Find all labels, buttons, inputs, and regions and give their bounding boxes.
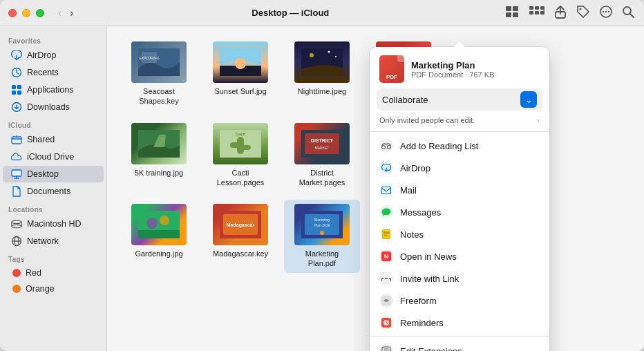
svg-rect-9	[540, 11, 544, 15]
forward-button[interactable]: ›	[67, 6, 76, 21]
file-item-nighttime[interactable]: Nighttime.jpeg	[284, 37, 360, 111]
collaborate-chevron-icon[interactable]: ⌄	[520, 91, 537, 108]
sidebar-item-applications[interactable]: Applications	[3, 82, 104, 98]
svg-point-36	[310, 53, 314, 57]
collaborate-row[interactable]: Collaborate ⌄	[377, 88, 542, 111]
file-item-district[interactable]: DISTRICTMARKET DistrictMarket.pages	[284, 119, 360, 192]
titlebar: ‹ › Desktop — iCloud	[0, 0, 644, 26]
icloud-icon	[11, 151, 22, 162]
news-icon: N	[379, 249, 393, 263]
downloads-icon	[11, 102, 22, 113]
sidebar-desktop-label: Desktop	[27, 169, 59, 179]
file-item-cacti[interactable]: Cacti CactiLesson.pages	[202, 119, 278, 192]
breadcrumb: Desktop — iCloud	[82, 8, 499, 18]
link-icon	[379, 272, 393, 285]
minimize-button[interactable]	[22, 9, 30, 17]
popover-file-info: Marketing Plan PDF Document · 767 KB	[411, 60, 540, 79]
file-item-gardening[interactable]: Gardening.jpg	[121, 200, 197, 273]
svg-rect-1	[513, 6, 518, 11]
sidebar-applications-label: Applications	[27, 85, 73, 95]
divider-2	[370, 336, 549, 337]
file-label-nighttime: Nighttime.jpeg	[298, 86, 346, 96]
sidebar-item-macintosh-hd[interactable]: Macintosh HD	[3, 216, 104, 232]
menu-item-invite-link[interactable]: Invite with Link	[370, 267, 549, 290]
svg-point-25	[12, 225, 21, 227]
maximize-button[interactable]	[36, 9, 44, 17]
sidebar-item-airdrop[interactable]: AirDrop	[3, 47, 104, 64]
sidebar-macintosh-label: Macintosh HD	[27, 219, 82, 229]
sidebar-item-red[interactable]: Red	[3, 265, 104, 281]
popover-header: Marketing Plan PDF Document · 767 KB	[370, 47, 549, 88]
svg-text:Plan 2019: Plan 2019	[314, 223, 330, 227]
sidebar-item-orange[interactable]: Orange	[3, 281, 104, 296]
messages-icon	[379, 205, 393, 219]
file-item-sunset[interactable]: Sunset Surf.jpg	[202, 37, 278, 111]
svg-rect-6	[540, 6, 544, 10]
file-label-5k: 5K training.jpg	[135, 168, 183, 178]
menu-item-reminders[interactable]: Reminders	[370, 312, 549, 334]
svg-rect-21	[17, 91, 21, 95]
file-thumb-district: DISTRICTMARKET	[294, 123, 350, 164]
file-thumb-5k	[131, 123, 187, 164]
recents-icon	[11, 67, 22, 78]
pdf-icon-large	[379, 55, 404, 83]
file-item-marketing[interactable]: MarketingPlan 2019 MarketingPlan.pdf	[284, 200, 360, 273]
file-thumb-marketing: MarketingPlan 2019	[294, 204, 350, 245]
red-tag-dot	[12, 269, 21, 277]
invite-link-label: Invite with Link	[400, 274, 459, 284]
sidebar-documents-label: Documents	[27, 187, 70, 196]
file-item-madagascar[interactable]: Madagascar Madagascar.key	[202, 200, 278, 273]
svg-point-26	[12, 220, 21, 223]
svg-rect-20	[12, 91, 16, 95]
airdrop-menu-label: AirDrop	[400, 163, 430, 173]
svg-rect-2	[506, 12, 511, 17]
more-button[interactable]	[598, 4, 614, 22]
back-button[interactable]: ‹	[55, 6, 64, 21]
content-area: Favorites AirDrop Recents	[0, 26, 644, 351]
locations-label: Locations	[0, 200, 106, 215]
sidebar-item-downloads[interactable]: Downloads	[3, 99, 104, 115]
file-thumb-madagascar: Madagascar	[213, 204, 268, 245]
menu-item-messages[interactable]: Messages	[370, 201, 549, 223]
toolbar-right	[504, 3, 636, 23]
sidebar-item-icloud-drive[interactable]: iCloud Drive	[3, 149, 104, 165]
sidebar-item-network[interactable]: Network	[3, 233, 104, 249]
svg-rect-70	[382, 187, 391, 193]
menu-item-notes[interactable]: Notes	[370, 223, 549, 245]
sidebar-item-documents[interactable]: Documents	[3, 183, 104, 200]
file-label-madagascar: Madagascar.key	[213, 249, 268, 258]
svg-text:Madagascar: Madagascar	[227, 222, 255, 228]
close-button[interactable]	[8, 9, 17, 17]
grid-options-button[interactable]	[528, 5, 546, 21]
file-label-cacti: CactiLesson.pages	[217, 168, 265, 188]
svg-rect-5	[535, 6, 539, 10]
svg-text:EXPLORING: EXPLORING	[139, 56, 159, 60]
sidebar: Favorites AirDrop Recents	[0, 26, 107, 351]
notes-label: Notes	[400, 229, 424, 240]
popover-file-meta: PDF Document · 767 KB	[411, 70, 540, 79]
search-button[interactable]	[621, 4, 636, 22]
tag-button[interactable]	[575, 3, 591, 23]
menu-item-freeform[interactable]: Freeform	[370, 290, 549, 312]
file-item-5k[interactable]: 5K training.jpg	[121, 119, 197, 192]
svg-point-15	[608, 10, 609, 12]
menu-item-open-news[interactable]: N Open in News	[370, 245, 549, 267]
sidebar-item-desktop[interactable]: Desktop	[3, 166, 104, 182]
menu-item-edit-extensions[interactable]: Edit Extensions...	[370, 340, 549, 351]
sidebar-item-recents[interactable]: Recents	[3, 64, 104, 81]
sidebar-item-shared[interactable]: Shared	[3, 131, 104, 148]
file-thumb-seacoast: EXPLORING	[131, 41, 187, 83]
svg-rect-0	[506, 6, 511, 11]
file-item-seacoast[interactable]: EXPLORING SeacoastShapes.key	[121, 37, 197, 111]
svg-rect-24	[12, 170, 21, 176]
svg-text:DISTRICT: DISTRICT	[311, 138, 334, 143]
menu-item-reading-list[interactable]: Add to Reading List	[370, 135, 549, 157]
menu-item-airdrop[interactable]: AirDrop	[370, 157, 549, 179]
svg-point-57	[146, 218, 158, 229]
menu-item-mail[interactable]: Mail	[370, 179, 549, 201]
view-toggle-button[interactable]	[504, 5, 521, 21]
svg-rect-19	[17, 85, 21, 89]
messages-label: Messages	[400, 207, 441, 218]
share-button[interactable]	[553, 3, 568, 23]
popover-arrow	[454, 41, 465, 47]
